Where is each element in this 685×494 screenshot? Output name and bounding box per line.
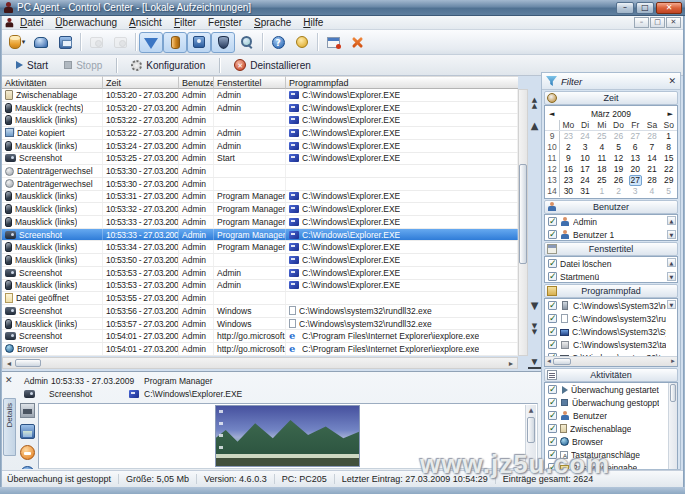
activity-filter-item[interactable]: Überwachung gestartet (545, 383, 677, 396)
column-header[interactable]: Benutzer (179, 76, 214, 89)
calendar-day[interactable]: 4 (644, 186, 661, 197)
calendar-day[interactable]: 11 (593, 153, 610, 164)
calendar-day[interactable]: 27 (627, 131, 644, 142)
stop-button[interactable]: Stopp (56, 59, 110, 72)
filter-time-toggle[interactable] (139, 32, 163, 53)
checkbox-checked-icon[interactable] (548, 450, 557, 459)
table-row[interactable]: Mausklick (links)10:53:33 - 27.03.2009Ad… (2, 216, 518, 229)
menu-hilfe[interactable]: Hilfe (297, 17, 329, 28)
scroll-down-icon[interactable]: ▼ (667, 230, 676, 239)
calendar-day[interactable]: 10 (577, 153, 594, 164)
checkbox-checked-icon[interactable] (548, 463, 557, 470)
calendar-day[interactable]: 1 (593, 186, 610, 197)
calendar-day[interactable]: 18 (593, 164, 610, 175)
window-title-filter-item[interactable]: Startmenü (545, 270, 677, 283)
filter-section-aktivitaeten-header[interactable]: Aktivitäten (544, 368, 678, 382)
program-path-filter-item[interactable]: C:\Windows\system32\tasker (545, 338, 677, 351)
checkbox-checked-icon[interactable] (548, 314, 557, 323)
filter-user-toggle[interactable] (187, 32, 211, 53)
filter-security-toggle[interactable] (211, 32, 235, 53)
menu-berwachung[interactable]: Überwachung (49, 17, 123, 28)
user-filter-item[interactable]: Benutzer 1 (545, 228, 677, 241)
calendar-day[interactable]: 20 (627, 164, 644, 175)
calendar-day[interactable]: 24 (577, 131, 594, 142)
table-row[interactable]: Mausklick (links)10:53:22 - 27.03.2009Ad… (2, 114, 518, 127)
table-row[interactable]: Datenträgerwechsel10:53:30 - 27.03.2009A… (2, 178, 518, 191)
delete-button[interactable] (345, 32, 369, 53)
calendar-day[interactable]: 12 (610, 153, 627, 164)
last-record-icon[interactable]: ▼ (528, 357, 541, 369)
details-tab[interactable]: Details (3, 398, 16, 456)
list-horizontal-scrollbar[interactable]: ◄ ► (545, 356, 677, 366)
scroll-up-icon[interactable]: ▲ (667, 216, 676, 225)
calendar-day[interactable]: 2 (560, 142, 577, 153)
checkbox-checked-icon[interactable] (548, 230, 557, 239)
stop-playback-icon[interactable] (20, 445, 35, 460)
scroll-left-icon[interactable]: ◄ (4, 359, 14, 368)
configuration-button[interactable]: Konfiguration (123, 59, 213, 72)
menu-datei[interactable]: Datei (14, 17, 49, 28)
calendar-day[interactable]: 26 (610, 175, 627, 186)
menu-ansicht[interactable]: Ansicht (123, 17, 168, 28)
filter-close-icon[interactable]: ✕ (668, 76, 676, 86)
column-header[interactable]: Programmpfad (286, 76, 518, 89)
calendar-day[interactable]: 4 (593, 142, 610, 153)
table-row[interactable]: Datenträgerwechsel10:53:30 - 27.03.2009A… (2, 165, 518, 178)
table-row[interactable]: Mausklick (links)10:53:24 - 27.03.2009Ad… (2, 140, 518, 153)
calendar-day[interactable]: 30 (560, 186, 577, 197)
calendar-day[interactable]: 16 (560, 164, 577, 175)
save-image-icon[interactable] (20, 424, 35, 439)
checkbox-checked-icon[interactable] (548, 340, 557, 349)
menu-filter[interactable]: Filter (168, 17, 202, 28)
checkbox-checked-icon[interactable] (548, 398, 557, 407)
screenshot-thumbnail[interactable] (215, 405, 360, 467)
table-row[interactable]: Mausklick (links)10:53:32 - 27.03.2009Ad… (2, 203, 518, 216)
save-button[interactable] (53, 32, 77, 53)
calendar-day[interactable]: 27 (627, 175, 644, 186)
user-filter-item[interactable]: Admin (545, 215, 677, 228)
scroll-right-icon[interactable]: ► (506, 359, 516, 368)
column-header[interactable]: Aktivitäten (2, 76, 103, 89)
calendar-prev-icon[interactable]: ◄ (549, 110, 559, 118)
checkbox-checked-icon[interactable] (548, 385, 557, 394)
program-path-filter-item[interactable]: C:\Windows\system32\rundll3 (545, 312, 677, 325)
calendar-day[interactable]: 28 (644, 175, 661, 186)
calendar-day[interactable]: 3 (627, 186, 644, 197)
scrollbar-thumb[interactable] (527, 417, 535, 443)
calendar-day[interactable]: 2 (610, 186, 627, 197)
calendar-day[interactable]: 17 (577, 164, 594, 175)
scrollbar-thumb[interactable] (670, 384, 676, 402)
calendar-day[interactable]: 31 (577, 186, 594, 197)
column-header[interactable]: Fenstertitel (214, 76, 286, 89)
calendar-day[interactable]: 13 (627, 153, 644, 164)
calendar-day[interactable]: 23 (560, 175, 577, 186)
next-record-icon[interactable]: ▼ (528, 301, 541, 311)
mdi-restore-button[interactable]: □ (650, 17, 665, 28)
table-row[interactable]: Mausklick (links)10:53:50 - 27.03.2009Ad… (2, 254, 518, 267)
table-row[interactable]: Mausklick (links)10:53:53 - 27.03.2009Ad… (2, 280, 518, 293)
filter-data-toggle[interactable] (163, 32, 187, 53)
checkbox-checked-icon[interactable] (548, 259, 557, 268)
activity-filter-item[interactable]: Browser (545, 435, 677, 448)
calendar-day[interactable]: 19 (610, 164, 627, 175)
camera-button[interactable] (84, 32, 108, 53)
table-row[interactable]: Mausklick (links)10:53:57 - 27.03.2009Ad… (2, 318, 518, 331)
calendar-day[interactable]: 5 (660, 186, 677, 197)
checkbox-checked-icon[interactable] (548, 411, 557, 420)
start-button[interactable]: Start (8, 59, 56, 72)
calendar-day[interactable]: 3 (577, 142, 594, 153)
calendar-day[interactable]: 25 (593, 131, 610, 142)
activity-filter-item[interactable]: Tastaturanschläge (545, 448, 677, 461)
table-row[interactable]: Screenshot10:53:33 - 27.03.2009AdminProg… (2, 229, 518, 242)
scroll-left-icon[interactable]: ◄ (546, 358, 552, 364)
calendar-day[interactable]: 15 (660, 153, 677, 164)
table-row[interactable]: Mausklick (rechts)10:53:20 - 27.03.2009A… (2, 102, 518, 115)
filter-section-benutzer-header[interactable]: Benutzer (544, 200, 678, 214)
checkbox-checked-icon[interactable] (548, 217, 557, 226)
scroll-right-icon[interactable]: ► (670, 358, 676, 364)
scrollbar-thumb[interactable] (15, 359, 41, 367)
zoom-icon[interactable] (20, 466, 35, 469)
alarm-button[interactable] (29, 32, 53, 53)
minimize-button[interactable]: – (616, 2, 634, 14)
table-row[interactable]: Screenshot10:54:01 - 27.03.2009Adminhttp… (2, 330, 518, 343)
